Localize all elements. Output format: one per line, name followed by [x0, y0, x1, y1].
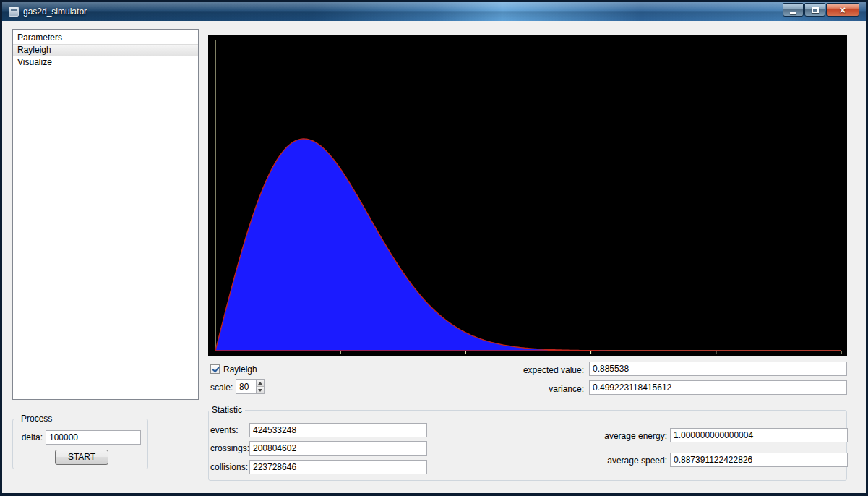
collisions-label: collisions:: [210, 462, 248, 472]
app-window: gas2d_simulator × Parameters Rayleigh Vi…: [0, 0, 868, 496]
average-energy-field[interactable]: [670, 428, 848, 442]
nav-item-visualize[interactable]: Visualize: [13, 56, 198, 69]
minimize-icon: [790, 12, 796, 14]
app-icon: [9, 7, 19, 17]
nav-item-parameters[interactable]: Parameters: [13, 32, 198, 44]
average-energy-label: average energy:: [537, 431, 667, 441]
crossings-label: crossings:: [210, 443, 249, 453]
maximize-icon: [812, 7, 819, 13]
collisions-field[interactable]: [249, 460, 427, 474]
maximize-button[interactable]: [804, 3, 825, 17]
rayleigh-curve-svg: [208, 35, 847, 356]
delta-label: delta:: [8, 432, 43, 442]
nav-item-rayleigh[interactable]: Rayleigh: [13, 44, 198, 56]
process-group-title: Process: [18, 414, 55, 424]
spin-down-icon: [258, 389, 262, 392]
window-controls: ×: [782, 3, 859, 17]
crossings-field[interactable]: [249, 441, 427, 456]
spin-up-button[interactable]: [257, 380, 264, 386]
events-label: events:: [210, 425, 239, 435]
scale-spinbox: [236, 379, 265, 394]
spin-down-button[interactable]: [257, 386, 264, 393]
expected-value-field[interactable]: [589, 362, 847, 376]
variance-field[interactable]: [589, 380, 847, 395]
average-speed-field[interactable]: [670, 453, 848, 467]
events-field[interactable]: [249, 423, 427, 437]
expected-value-label: expected value:: [457, 365, 584, 375]
scale-label: scale:: [210, 382, 233, 393]
scale-spin-buttons: [256, 380, 264, 393]
close-icon: ×: [840, 4, 846, 16]
scale-input[interactable]: [236, 380, 256, 393]
rayleigh-checkbox[interactable]: [210, 364, 220, 374]
distribution-plot: [208, 35, 847, 356]
rayleigh-checkbox-label: Rayleigh: [223, 364, 257, 375]
delta-input[interactable]: [46, 430, 141, 445]
checkmark-icon: [212, 365, 219, 373]
nav-list: Parameters Rayleigh Visualize: [12, 29, 199, 400]
spin-up-icon: [258, 382, 262, 385]
client-area: Parameters Rayleigh Visualize Process de…: [2, 21, 866, 493]
average-speed-label: average speed:: [537, 456, 667, 466]
close-button[interactable]: ×: [826, 3, 859, 17]
statistic-group-title: Statistic: [209, 405, 245, 415]
window-title: gas2d_simulator: [23, 7, 87, 17]
variance-label: variance:: [457, 384, 584, 394]
title-bar[interactable]: gas2d_simulator ×: [2, 2, 866, 21]
minimize-button[interactable]: [783, 3, 804, 17]
start-button[interactable]: START: [55, 450, 108, 465]
